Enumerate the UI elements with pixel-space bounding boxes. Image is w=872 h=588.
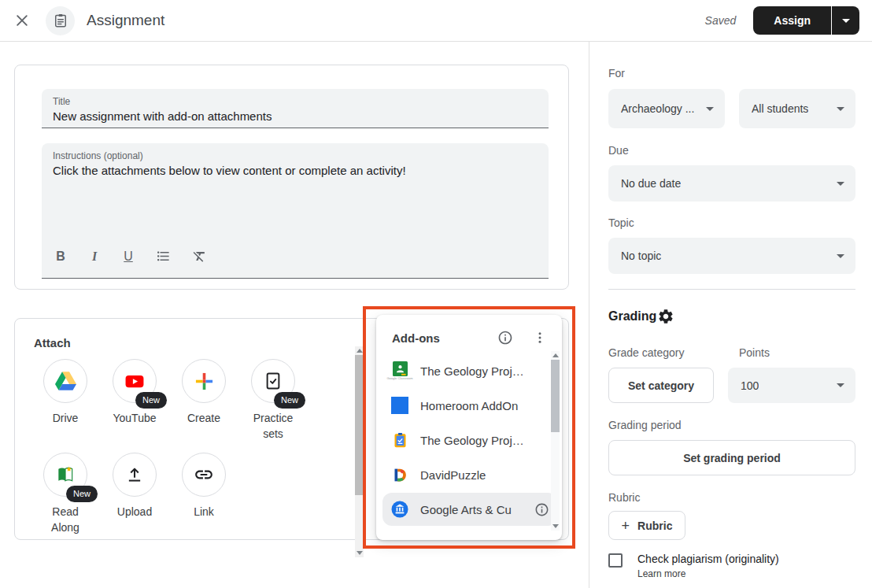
chevron-down-icon xyxy=(842,19,850,23)
addons-heading: Add-ons xyxy=(392,331,440,345)
attach-option-youtube[interactable]: New YouTube xyxy=(100,359,169,442)
close-icon xyxy=(14,13,30,28)
museum-icon xyxy=(390,500,409,519)
youtube-icon xyxy=(124,370,146,392)
read-along-icon xyxy=(55,464,76,485)
due-label: Due xyxy=(608,144,855,157)
attach-option-practice-sets[interactable]: New Practice sets xyxy=(238,359,308,442)
topic-label: Topic xyxy=(608,216,855,229)
scroll-down-icon[interactable] xyxy=(357,551,363,555)
addons-info-button[interactable] xyxy=(496,328,515,347)
bulleted-list-button[interactable] xyxy=(156,249,171,264)
plagiarism-checkbox[interactable] xyxy=(608,553,623,568)
title-field[interactable]: Title New assignment with add-on attachm… xyxy=(42,89,549,128)
chevron-down-icon xyxy=(837,182,844,186)
addon-item-geology-1[interactable]: Google Classroom The Geology Proj… xyxy=(376,353,562,388)
scroll-up-icon[interactable] xyxy=(552,353,559,357)
assignment-editor-screen: Assignment Saved Assign Title New assign… xyxy=(0,0,872,588)
title-field-value: New assignment with add-on attachments xyxy=(53,108,538,125)
classroom-green-icon xyxy=(393,361,408,376)
addons-menu-button[interactable] xyxy=(530,328,549,347)
scroll-down-icon[interactable] xyxy=(552,524,559,528)
attach-panel-scrollbar[interactable] xyxy=(355,346,364,557)
attach-option-upload[interactable]: Upload xyxy=(100,453,169,535)
instructions-field-value: Click the attachments below to view cont… xyxy=(53,162,538,179)
grade-category-label: Grade category xyxy=(608,346,725,359)
assign-button[interactable]: Assign xyxy=(753,6,831,35)
topic-select[interactable]: No topic xyxy=(608,238,855,274)
instructions-field-label: Instructions (optional) xyxy=(53,150,538,162)
addon-item-davidpuzzle[interactable]: DavidPuzzle xyxy=(376,457,562,492)
clear-formatting-button[interactable] xyxy=(192,249,207,264)
points-select[interactable]: 100 xyxy=(728,368,855,403)
upload-icon xyxy=(124,464,145,485)
set-category-button[interactable]: Set category xyxy=(608,368,714,403)
new-badge: New xyxy=(135,392,167,409)
plagiarism-label: Check plagiarism (originality) xyxy=(637,552,779,566)
attach-option-create[interactable]: Create xyxy=(169,359,238,442)
attach-option-link[interactable]: Link xyxy=(169,453,238,535)
create-plus-icon xyxy=(194,371,215,392)
title-field-label: Title xyxy=(53,95,538,108)
assignment-form-card: Title New assignment with add-on attachm… xyxy=(14,65,569,290)
plus-icon: + xyxy=(622,519,630,533)
underline-button[interactable]: U xyxy=(122,250,135,264)
scroll-up-icon[interactable] xyxy=(357,349,363,353)
attach-option-drive[interactable]: Drive xyxy=(31,359,100,442)
blue-square-icon xyxy=(391,397,408,414)
chevron-down-icon xyxy=(837,107,844,111)
addon-info-button[interactable] xyxy=(532,500,551,519)
bulleted-list-icon xyxy=(156,249,171,264)
top-bar: Assignment Saved Assign xyxy=(0,0,872,42)
plagiarism-row: Check plagiarism (originality) Learn mor… xyxy=(608,552,855,579)
page-title: Assignment xyxy=(87,12,164,29)
save-status: Saved xyxy=(705,14,737,27)
italic-button[interactable]: I xyxy=(88,250,101,264)
scrollbar-thumb[interactable] xyxy=(551,360,560,432)
grading-period-label: Grading period xyxy=(608,419,855,431)
students-select[interactable]: All students xyxy=(739,89,855,128)
clear-formatting-icon xyxy=(192,249,207,264)
addons-list: Google Classroom The Geology Proj… Homer… xyxy=(376,350,562,526)
assignment-clipboard-icon xyxy=(53,13,68,28)
kebab-menu-icon xyxy=(533,331,547,345)
chevron-down-icon xyxy=(837,254,844,258)
format-toolbar: B I U xyxy=(53,249,538,272)
addon-item-google-arts[interactable]: Google Arts & Cu xyxy=(382,493,557,526)
new-badge: New xyxy=(274,392,305,409)
add-rubric-button[interactable]: + Rubric xyxy=(608,511,685,540)
chevron-down-icon xyxy=(837,383,844,387)
scrollbar-thumb[interactable] xyxy=(355,355,364,495)
link-icon xyxy=(194,464,214,485)
for-label: For xyxy=(608,67,855,80)
grading-heading: Grading xyxy=(608,309,656,324)
bold-button[interactable]: B xyxy=(54,250,67,264)
practice-sets-icon xyxy=(263,371,283,391)
assignment-type-badge xyxy=(46,6,75,35)
close-button[interactable] xyxy=(13,11,31,30)
drive-icon xyxy=(55,372,76,390)
clipboard-check-icon xyxy=(392,432,408,449)
due-date-select[interactable]: No due date xyxy=(608,165,855,202)
attach-option-read-along[interactable]: New Read Along xyxy=(31,453,100,535)
points-label: Points xyxy=(739,346,855,359)
sidebar-divider xyxy=(608,289,855,290)
info-icon xyxy=(497,330,513,346)
instructions-field[interactable]: Instructions (optional) Click the attach… xyxy=(42,143,549,279)
addons-scrollbar[interactable] xyxy=(551,351,560,531)
class-select[interactable]: Archaeology ... xyxy=(608,89,725,128)
settings-sidebar: For Archaeology ... All students Due No … xyxy=(589,42,872,588)
assign-dropdown-button[interactable] xyxy=(832,6,859,35)
letter-d-icon xyxy=(392,467,408,483)
chevron-down-icon xyxy=(706,107,714,111)
set-grading-period-button[interactable]: Set grading period xyxy=(608,440,855,475)
grading-settings-button[interactable] xyxy=(656,307,675,326)
learn-more-link[interactable]: Learn more xyxy=(637,568,779,579)
addon-icon-caption: Google Classroom xyxy=(386,376,412,380)
addon-item-homeroom[interactable]: Homeroom AddOn xyxy=(376,388,562,423)
new-badge: New xyxy=(66,486,98,502)
gear-icon xyxy=(657,308,674,325)
addons-header: Add-ons xyxy=(376,315,562,350)
addon-item-geology-2[interactable]: The Geology Proj… xyxy=(376,423,562,457)
addons-popup: Add-ons xyxy=(376,315,562,540)
